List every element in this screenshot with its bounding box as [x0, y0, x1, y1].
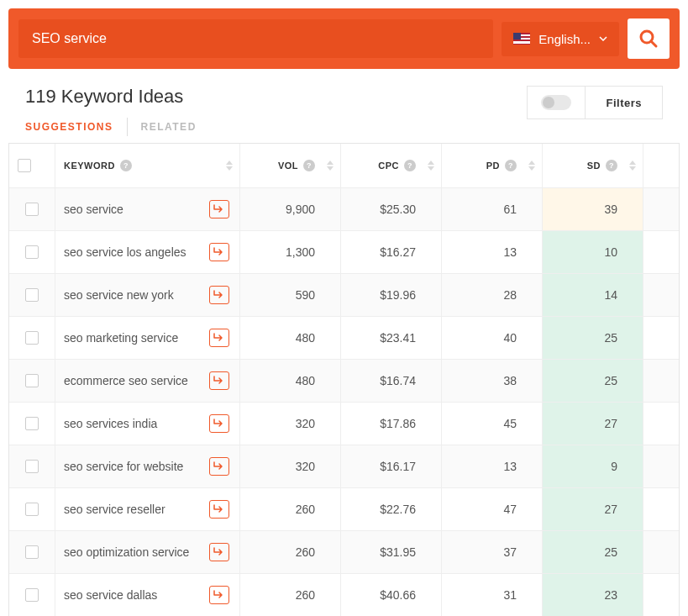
- row-checkbox[interactable]: [25, 460, 39, 473]
- row-checkbox[interactable]: [25, 545, 39, 559]
- keyword-text: seo marketing service: [64, 331, 178, 345]
- td-pd: 38: [442, 360, 543, 402]
- language-select[interactable]: English...: [502, 22, 619, 56]
- filters-button[interactable]: Filters: [586, 88, 662, 118]
- expand-button[interactable]: [209, 457, 229, 476]
- td-cpc: $16.74: [341, 360, 442, 402]
- td-keyword: seo service los angeles: [55, 231, 240, 273]
- keyword-text: seo service los angeles: [64, 245, 186, 259]
- expand-button[interactable]: [209, 329, 229, 347]
- th-vol[interactable]: VOL ?: [240, 144, 341, 187]
- arrow-right-icon: [213, 204, 225, 214]
- td-check: [9, 403, 55, 445]
- table-row: seo service for website320$16.17139: [9, 445, 679, 488]
- td-vol: 9,900: [240, 188, 341, 230]
- help-icon: ?: [120, 160, 132, 171]
- td-cpc: $19.96: [341, 274, 442, 316]
- arrow-right-icon: [213, 376, 225, 386]
- row-checkbox[interactable]: [25, 503, 39, 516]
- svg-line-1: [651, 41, 656, 46]
- td-check: [9, 488, 55, 530]
- td-check: [9, 231, 55, 273]
- arrow-right-icon: [213, 247, 225, 257]
- search-input[interactable]: [18, 19, 493, 58]
- arrow-right-icon: [213, 461, 225, 471]
- expand-button[interactable]: [209, 200, 229, 218]
- th-pd[interactable]: PD ?: [442, 144, 543, 187]
- search-button[interactable]: [628, 18, 670, 59]
- td-check: [9, 360, 55, 402]
- td-vol: 1,300: [240, 231, 341, 273]
- td-pd: 45: [442, 403, 543, 445]
- td-sd: 27: [543, 488, 643, 530]
- td-sd: 10: [543, 231, 643, 273]
- help-icon: ?: [606, 160, 617, 171]
- table-row: seo service new york590$19.962814: [9, 274, 679, 317]
- row-checkbox[interactable]: [25, 417, 39, 430]
- th-pd-label: PD: [486, 161, 500, 171]
- tab-related[interactable]: RELATED: [128, 118, 210, 136]
- arrow-right-icon: [213, 547, 225, 557]
- keyword-text: seo service reseller: [64, 503, 165, 516]
- keyword-text: seo services india: [64, 417, 157, 430]
- sort-icon: [528, 161, 535, 171]
- expand-button[interactable]: [209, 243, 229, 261]
- row-checkbox[interactable]: [25, 588, 39, 602]
- td-keyword: seo service new york: [55, 274, 240, 316]
- filters-toggle[interactable]: [541, 95, 571, 110]
- td-sd: 14: [543, 274, 643, 316]
- td-cpc: $22.76: [341, 488, 442, 530]
- row-checkbox[interactable]: [25, 203, 39, 216]
- td-pd: 28: [442, 274, 543, 316]
- expand-button[interactable]: [209, 543, 229, 561]
- tab-suggestions[interactable]: SUGGESTIONS: [25, 118, 128, 136]
- td-keyword: seo marketing service: [55, 317, 240, 359]
- row-checkbox[interactable]: [25, 288, 39, 302]
- td-sd: 9: [543, 445, 643, 487]
- td-vol: 320: [240, 403, 341, 445]
- expand-button[interactable]: [209, 286, 229, 304]
- th-cpc[interactable]: CPC ?: [341, 144, 442, 187]
- help-icon: ?: [303, 160, 315, 171]
- expand-button[interactable]: [209, 586, 229, 604]
- td-check: [9, 445, 55, 487]
- th-sd[interactable]: SD ?: [543, 144, 643, 187]
- table-row: seo marketing service480$23.414025: [9, 317, 679, 360]
- td-vol: 260: [240, 574, 341, 616]
- row-checkbox[interactable]: [25, 245, 39, 259]
- table-row: seo service los angeles1,300$16.271310: [9, 231, 679, 274]
- td-cpc: $31.95: [341, 531, 442, 573]
- row-checkbox[interactable]: [25, 374, 39, 387]
- expand-button[interactable]: [209, 414, 229, 433]
- td-keyword: seo service for website: [55, 445, 240, 487]
- arrow-right-icon: [213, 419, 225, 429]
- row-checkbox[interactable]: [25, 331, 39, 345]
- td-pd: 31: [442, 574, 543, 616]
- sort-icon: [327, 161, 333, 171]
- td-check: [9, 531, 55, 573]
- keyword-text: seo service dallas: [64, 588, 157, 602]
- td-pd: 40: [442, 317, 543, 359]
- td-keyword: seo services india: [55, 403, 240, 445]
- td-cpc: $16.27: [341, 231, 442, 273]
- td-vol: 480: [240, 317, 341, 359]
- arrow-right-icon: [213, 590, 225, 600]
- table-header: KEYWORD ? VOL ? CPC ? PD ? SD ?: [9, 144, 679, 188]
- page-title: 119 Keyword Ideas: [25, 86, 210, 108]
- td-cpc: $16.17: [341, 445, 442, 487]
- td-sd: 25: [543, 317, 643, 359]
- tabs: SUGGESTIONS RELATED: [25, 118, 210, 136]
- keyword-text: seo service for website: [64, 460, 183, 473]
- table-row: seo service dallas260$40.663123: [9, 574, 679, 616]
- search-bar: English...: [8, 8, 680, 69]
- expand-button[interactable]: [209, 371, 229, 390]
- td-sd: 27: [543, 403, 643, 445]
- td-vol: 590: [240, 274, 341, 316]
- select-all-checkbox[interactable]: [18, 159, 31, 172]
- expand-button[interactable]: [209, 500, 229, 519]
- search-icon: [638, 29, 659, 49]
- th-keyword[interactable]: KEYWORD ?: [55, 144, 240, 187]
- keyword-text: seo service: [64, 203, 123, 216]
- sort-icon: [629, 161, 636, 171]
- th-checkbox: [9, 144, 55, 187]
